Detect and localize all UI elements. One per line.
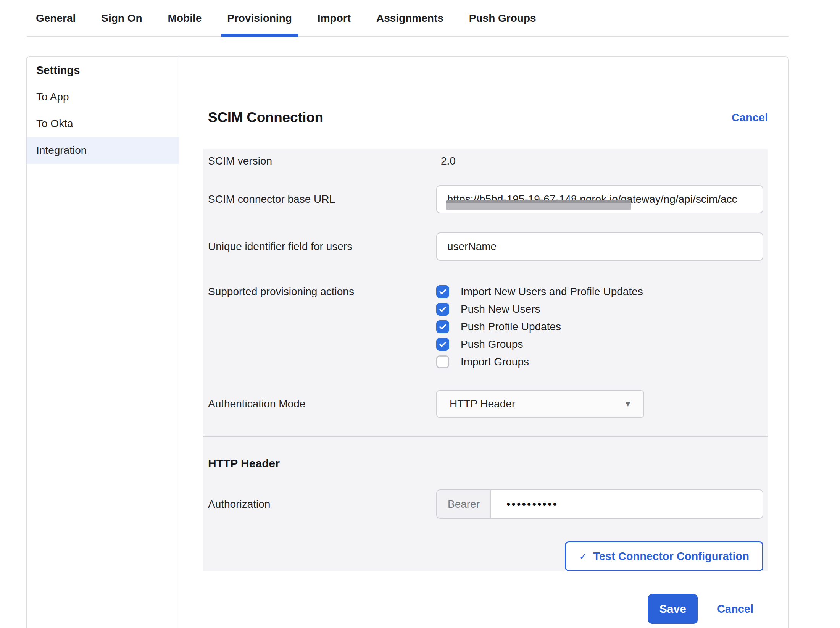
tab-sign-on[interactable]: Sign On [101,0,142,36]
bearer-token-input[interactable]: •••••••••• [491,490,558,518]
settings-card: Settings To AppTo OktaIntegration SCIM C… [26,56,789,628]
chevron-down-icon: ▼ [624,399,632,409]
cancel-link-bottom[interactable]: Cancel [717,603,753,615]
checkbox-checked-icon[interactable] [436,320,449,333]
tab-mobile[interactable]: Mobile [168,0,202,36]
provisioning-settings-page: GeneralSign OnMobileProvisioningImportAs… [0,0,840,628]
provisioning-actions-label: Supported provisioning actions [208,283,436,300]
page-title: SCIM Connection [208,110,323,126]
save-button[interactable]: Save [648,594,698,624]
action-row-import-groups: Import Groups [436,353,643,371]
action-label: Push New Users [461,303,540,315]
test-connector-row: ✓ Test Connector Configuration [208,541,763,571]
unique-id-value: userName [447,241,497,253]
sidebar-item-integration[interactable]: Integration [27,137,179,164]
action-label: Import New Users and Profile Updates [461,286,643,298]
scim-form-panel: SCIM version 2.0 SCIM connector base URL… [203,149,768,571]
form-footer: Save Cancel [208,594,768,624]
bearer-prefix: Bearer [437,490,491,518]
tab-assignments[interactable]: Assignments [376,0,443,36]
cancel-link-top[interactable]: Cancel [732,111,768,124]
action-label: Import Groups [461,356,529,368]
checkbox-checked-icon[interactable] [436,303,449,316]
action-label: Push Profile Updates [461,321,561,333]
redaction-bar [446,200,631,210]
action-row-push-profile-updates: Push Profile Updates [436,318,643,336]
base-url-label: SCIM connector base URL [208,193,436,205]
sidebar-items: To AppTo OktaIntegration [27,84,179,164]
sidebar-title: Settings [27,57,179,84]
checkbox-checked-icon[interactable] [436,285,449,298]
settings-sidebar: Settings To AppTo OktaIntegration [27,57,179,628]
tab-general[interactable]: General [36,0,76,36]
tab-push-groups[interactable]: Push Groups [469,0,536,36]
check-icon: ✓ [579,552,587,561]
test-connector-label: Test Connector Configuration [593,550,749,563]
action-row-push-new-users: Push New Users [436,300,643,318]
provisioning-actions-row: Supported provisioning actions Import Ne… [208,283,763,371]
base-url-visible-text: /gateway/ng/api/scim/acc [618,193,737,205]
action-row-push-groups: Push Groups [436,336,643,353]
checkbox-unchecked-icon[interactable] [436,355,449,368]
scim-version-row: SCIM version 2.0 [208,152,763,170]
scim-connection-section: SCIM Connection Cancel SCIM version 2.0 … [180,57,788,628]
scim-version-value: 2.0 [436,155,456,167]
authorization-row: Authorization Bearer •••••••••• [208,489,763,519]
unique-id-row: Unique identifier field for users userNa… [208,232,763,261]
scim-version-label: SCIM version [208,155,436,167]
app-tab-bar: GeneralSign OnMobileProvisioningImportAs… [27,0,789,37]
unique-id-label: Unique identifier field for users [208,241,436,253]
unique-id-input[interactable]: userName [436,232,763,261]
checkbox-checked-icon[interactable] [436,338,449,351]
http-header-heading: HTTP Header [208,457,763,470]
panel-divider [203,436,768,437]
sidebar-item-to-app[interactable]: To App [27,84,179,110]
section-heading-row: SCIM Connection Cancel [208,110,768,126]
base-url-row: SCIM connector base URL https://b5bd-195… [208,185,763,213]
action-row-import-new-users-and-profile-updates: Import New Users and Profile Updates [436,283,643,300]
sidebar-item-to-okta[interactable]: To Okta [27,110,179,137]
auth-mode-row: Authentication Mode HTTP Header ▼ [208,390,763,418]
auth-mode-label: Authentication Mode [208,398,436,410]
test-connector-button[interactable]: ✓ Test Connector Configuration [565,541,763,571]
action-label: Push Groups [461,338,523,350]
base-url-input[interactable]: https://b5bd-195-19-67-148.ngrok.io/gate… [436,185,763,213]
auth-mode-select[interactable]: HTTP Header ▼ [436,390,644,418]
auth-mode-value: HTTP Header [450,398,515,410]
tab-provisioning[interactable]: Provisioning [227,0,292,36]
authorization-input-group: Bearer •••••••••• [436,489,763,519]
provisioning-actions-list: Import New Users and Profile UpdatesPush… [436,283,643,371]
tab-import[interactable]: Import [318,0,351,36]
authorization-label: Authorization [208,498,436,510]
